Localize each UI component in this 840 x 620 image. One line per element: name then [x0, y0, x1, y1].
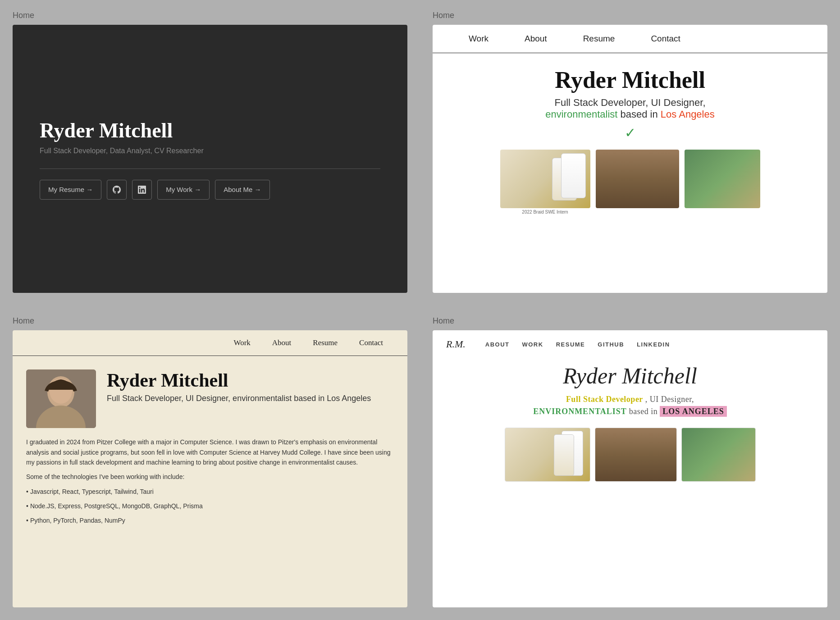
label-top-right: Home [433, 11, 827, 20]
nav-work[interactable]: Work [451, 25, 507, 53]
panel-handwritten: R.M. About Work Resume Github LinkedIn R… [433, 330, 827, 607]
tagline-yellow: Full Stack Developer [566, 395, 643, 404]
aboutme-button[interactable]: About Me → [215, 180, 269, 200]
panel-dark: Ryder Mitchell Full Stack Developer, Dat… [13, 25, 407, 293]
button-row-dark: My Resume → My Work → About Me → [40, 180, 380, 200]
subtitle-dark: Full Stack Developer, Data Analyst, CV R… [40, 147, 380, 155]
panel-white-portfolio: Work About Resume Contact Ryder Mitchell… [433, 25, 827, 293]
hero-hand: Ryder Mitchell [433, 358, 827, 393]
panel-beige-about: Work About Resume Contact Ryder Mitchell… [13, 330, 407, 607]
nav-hand-resume[interactable]: Resume [556, 341, 585, 348]
linkedin-icon [138, 185, 146, 194]
tech-item-3: Python, PyTorch, Pandas, NumPy [26, 515, 394, 525]
linkedin-button[interactable] [132, 180, 152, 200]
tagline-green: environmentalist [545, 109, 617, 120]
label-bottom-right: Home [433, 316, 827, 326]
nav-beige: Work About Resume Contact [13, 330, 407, 356]
quadrant-bottom-left: Home Work About Resume Contact Ryder Mit… [0, 305, 420, 620]
nav-hand-linkedin[interactable]: LinkedIn [637, 341, 670, 348]
avatar-image [26, 369, 96, 428]
name-dark: Ryder Mitchell [40, 119, 380, 142]
aerial-image [685, 150, 760, 208]
aerial-img-hand [681, 428, 756, 482]
resume-button[interactable]: My Resume → [40, 180, 101, 200]
nav-contact[interactable]: Contact [633, 25, 698, 53]
image-row-hand [433, 424, 827, 491]
name-block-beige: Ryder Mitchell Full Stack Developer, UI … [107, 369, 394, 428]
nav-hand-about[interactable]: About [485, 341, 510, 348]
name-hand: Ryder Mitchell [446, 363, 814, 389]
tagline-gray1: , UI Designer, [645, 395, 694, 404]
tech-item-2: Node.JS, Express, PostgreSQL, MongoDB, G… [26, 501, 394, 511]
hero-white: Ryder Mitchell Full Stack Developer, UI … [433, 53, 827, 145]
about-content: Ryder Mitchell Full Stack Developer, UI … [13, 356, 407, 437]
tagline-beige: Full Stack Developer, UI Designer, envir… [107, 394, 394, 403]
tagline-mid: based in [621, 109, 661, 120]
tagline-red: Los Angeles [661, 109, 715, 120]
nav-beige-resume[interactable]: Resume [302, 330, 348, 356]
bio-section: I graduated in 2024 from Pitzer College … [13, 437, 407, 539]
divider-dark [40, 169, 380, 169]
tagline-gray2: based in [629, 407, 660, 416]
label-top-left: Home [13, 11, 407, 20]
nav-hand-github[interactable]: Github [598, 341, 624, 348]
label-bottom-left: Home [13, 316, 407, 326]
quadrant-top-right: Home Work About Resume Contact Ryder Mit… [420, 0, 840, 305]
tagline-hand: Full Stack Developer , UI Designer, Envi… [433, 393, 827, 418]
nav-resume[interactable]: Resume [565, 25, 633, 53]
building-image [596, 150, 679, 208]
tech-item-1: Javascript, React, Typescript, Tailwind,… [26, 487, 394, 497]
nav-top-right: Work About Resume Contact [433, 25, 827, 53]
nav-beige-work[interactable]: Work [223, 330, 261, 356]
nav-about[interactable]: About [507, 25, 565, 53]
nav-beige-about[interactable]: About [261, 330, 302, 356]
bio-paragraph-2: Some of the technologies I've been worki… [26, 472, 394, 482]
image-card-phone: 2022 Braid SWE Intern [500, 150, 590, 216]
name-white: Ryder Mitchell [451, 67, 809, 93]
building-img-hand [595, 428, 677, 482]
bio-paragraph-1: I graduated in 2024 from Pitzer College … [26, 437, 394, 467]
tagline-green2: Environmentalist [533, 407, 627, 416]
image-caption: 2022 Braid SWE Intern [500, 208, 590, 216]
name-beige: Ryder Mitchell [107, 369, 394, 391]
nav-beige-contact[interactable]: Contact [348, 330, 394, 356]
github-button[interactable] [107, 180, 127, 200]
github-icon [113, 185, 121, 194]
image-row-white: 2022 Braid SWE Intern [433, 145, 827, 225]
tagline-white: Full Stack Developer, UI Designer, envir… [451, 97, 809, 120]
quadrant-top-left: Home Ryder Mitchell Full Stack Developer… [0, 0, 420, 305]
avatar-svg [26, 369, 96, 428]
chevron-down-icon[interactable]: ✓ [451, 125, 809, 141]
nav-hand: R.M. About Work Resume Github LinkedIn [433, 330, 827, 358]
tagline-pink: Los Angeles [660, 406, 727, 417]
tagline-plain: Full Stack Developer, UI Designer, [554, 97, 705, 108]
nav-hand-work[interactable]: Work [522, 341, 543, 348]
logo-rm: R.M. [446, 338, 466, 350]
quadrant-bottom-right: Home R.M. About Work Resume Github Linke… [420, 305, 840, 620]
phone-mock-hand [505, 428, 590, 482]
work-button[interactable]: My Work → [157, 180, 210, 200]
phone-mockup-image [500, 150, 590, 208]
